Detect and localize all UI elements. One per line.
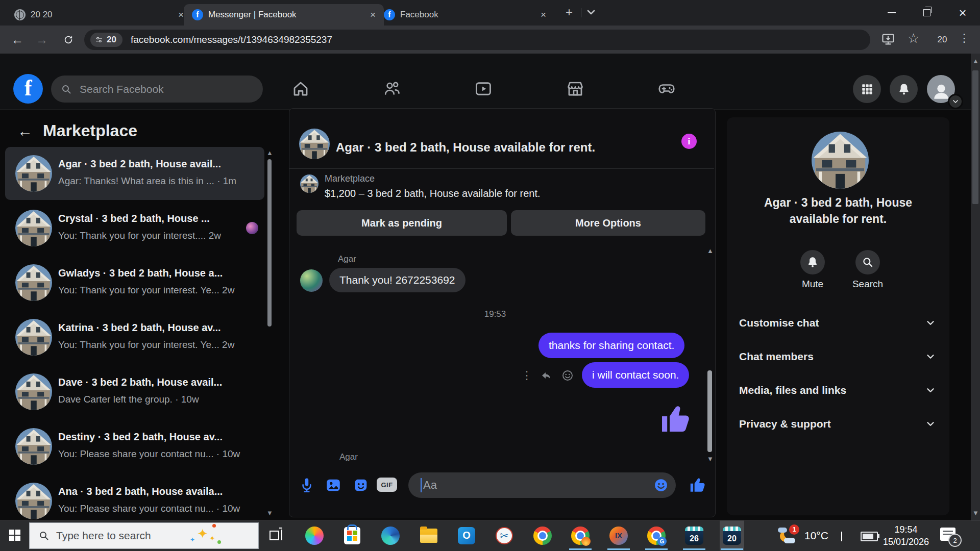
taskbar-chrome-icon[interactable] — [530, 520, 555, 550]
page-scroll-down-icon[interactable]: ▼ — [972, 509, 979, 517]
taskbar-chrome-profile-g-icon[interactable]: G — [644, 520, 669, 550]
details-avatar[interactable] — [812, 132, 869, 189]
new-tab-button[interactable]: + — [560, 5, 578, 20]
temperature-label[interactable]: 10°C — [804, 530, 828, 542]
address-bar[interactable]: 20 facebook.com/messages/t/1394634982355… — [84, 30, 870, 50]
tab-close-icon[interactable]: × — [537, 9, 549, 20]
marketplace-back-button[interactable]: ← — [17, 122, 33, 140]
browser-tab-1[interactable]: 20 20 × — [6, 4, 192, 26]
taskbar-file-explorer-icon[interactable] — [416, 520, 441, 550]
facebook-logo[interactable]: f — [13, 74, 43, 104]
outgoing-message-bubble[interactable]: i will contact soon. — [582, 362, 689, 388]
chat-scrollbar-thumb[interactable] — [707, 370, 712, 452]
message-react-icon[interactable] — [560, 368, 575, 383]
conversation-agar[interactable]: Agar · 3 bed 2 bath, House avail... Agar… — [5, 147, 264, 200]
window-restore-button[interactable] — [911, 0, 943, 26]
tray-clock[interactable]: 19:54 15/01/2026 — [878, 523, 934, 548]
browser-profile-chip[interactable]: 20 — [934, 32, 950, 48]
search-label: Search — [837, 279, 898, 290]
sticker-icon[interactable] — [352, 477, 370, 496]
nav-watch-icon[interactable] — [465, 77, 501, 101]
gif-icon[interactable]: GIF — [377, 478, 397, 492]
forward-button[interactable]: → — [31, 26, 53, 54]
notifications-bell-icon[interactable] — [890, 75, 918, 103]
page-scroll-up-icon[interactable]: ▲ — [972, 57, 979, 65]
conversation-katrina[interactable]: Katrina · 3 bed 2 bath, House av... You:… — [5, 311, 264, 364]
chat-scroll-up-icon[interactable]: ▲ — [707, 247, 714, 255]
chat-title[interactable]: Agar · 3 bed 2 bath, House available for… — [336, 140, 595, 155]
facebook-search[interactable] — [51, 76, 263, 103]
send-like-icon[interactable] — [688, 475, 707, 497]
conversation-preview: You: Thank you for your interest. Ye... … — [58, 285, 262, 296]
conversation-gwladys[interactable]: Gwladys · 3 bed 2 bath, House a... You: … — [5, 256, 264, 309]
install-app-icon[interactable] — [881, 32, 895, 48]
conversation-ana[interactable]: Ana · 3 bed 2 bath, House availa... You:… — [5, 474, 264, 528]
emoji-picker-icon[interactable] — [653, 478, 669, 493]
search-in-chat-button[interactable] — [855, 250, 880, 274]
taskbar-ix-app-icon[interactable]: IX — [606, 520, 631, 550]
conversation-crystal[interactable]: Crystal · 3 bed 2 bath, House ... You: T… — [5, 202, 264, 255]
apps-grid-icon[interactable] — [853, 75, 881, 103]
voice-message-icon[interactable] — [298, 477, 315, 496]
mute-button[interactable] — [800, 250, 825, 274]
nav-friends-icon[interactable] — [374, 77, 410, 101]
facebook-search-input[interactable] — [79, 83, 244, 96]
nav-home-icon[interactable] — [283, 77, 318, 101]
taskbar-outlook-icon[interactable]: O — [454, 520, 479, 550]
chat-header-avatar[interactable] — [299, 129, 330, 159]
more-options-button[interactable]: More Options — [511, 210, 705, 236]
page-scrollbar-thumb[interactable] — [972, 70, 978, 204]
conversation-info-icon[interactable]: i — [681, 134, 697, 149]
taskbar-search-input[interactable] — [55, 529, 190, 542]
incoming-message-bubble[interactable]: Thank you! 2672253692 — [329, 268, 465, 292]
section-media-files-links[interactable]: Media, files and links — [731, 376, 944, 405]
back-button[interactable]: ← — [6, 26, 29, 54]
nav-gaming-icon[interactable] — [649, 77, 684, 101]
chat-scroll-down-icon[interactable]: ▼ — [707, 455, 714, 463]
section-chat-members[interactable]: Chat members — [731, 342, 944, 371]
tray-expand-chevron-icon[interactable] — [841, 533, 842, 542]
search-icon — [60, 83, 72, 95]
taskbar-chrome-profile-fire-icon[interactable] — [568, 520, 593, 550]
section-privacy-support[interactable]: Privacy & support — [731, 410, 944, 438]
taskbar-app-20-icon-active[interactable]: 20 — [720, 520, 744, 550]
outgoing-message-bubble[interactable]: thanks for sharing contact. — [538, 333, 684, 358]
taskbar-app-26-icon[interactable]: 26 — [682, 520, 706, 550]
thumbs-up-sticker[interactable] — [657, 401, 694, 440]
notification-center-icon[interactable]: 2 — [940, 528, 955, 541]
divider — [289, 168, 714, 169]
start-button[interactable] — [9, 530, 20, 541]
taskbar-snipping-tool-icon[interactable]: ✂ — [492, 520, 517, 550]
taskbar-search[interactable]: ✦ ✦ ✦ — [29, 522, 259, 549]
sidebar-scrollbar-thumb[interactable] — [267, 159, 272, 327]
weather-moon-cloud-icon[interactable]: 1 — [778, 527, 797, 546]
window-close-button[interactable]: × — [947, 0, 978, 26]
sliders-icon — [94, 35, 104, 44]
taskbar-store-icon[interactable] — [340, 520, 364, 550]
browser-menu-icon[interactable]: ⋮ — [959, 32, 970, 45]
attach-photo-icon[interactable] — [325, 477, 342, 496]
message-more-icon[interactable]: ⋮ — [520, 368, 534, 383]
message-composer[interactable] — [408, 472, 676, 498]
browser-tab-3[interactable]: f Facebook × — [376, 4, 554, 26]
message-input[interactable] — [421, 478, 628, 492]
site-settings-badge[interactable]: 20 — [90, 33, 122, 47]
sidebar-scroll-down-icon[interactable]: ▼ — [266, 509, 273, 517]
task-view-icon[interactable] — [270, 531, 279, 540]
taskbar-edge-icon[interactable] — [378, 520, 403, 550]
conversation-title: Agar · 3 bed 2 bath, House avail... — [58, 158, 256, 170]
message-reply-icon[interactable] — [539, 368, 553, 383]
battery-icon[interactable] — [861, 532, 878, 541]
tab-list-chevron-icon[interactable] — [585, 6, 597, 20]
conversation-dave[interactable]: Dave · 3 bed 2 bath, House avail... Dave… — [5, 365, 264, 418]
mark-as-pending-button[interactable]: Mark as pending — [297, 210, 507, 236]
sidebar-scroll-up-icon[interactable]: ▲ — [266, 149, 273, 157]
nav-marketplace-icon[interactable] — [557, 77, 593, 101]
browser-tab-2-active[interactable]: f Messenger | Facebook × — [184, 4, 384, 26]
reload-button[interactable] — [57, 26, 80, 54]
taskbar-copilot-icon[interactable] — [302, 520, 327, 550]
section-customise-chat[interactable]: Customise chat — [731, 309, 944, 337]
conversation-destiny[interactable]: Destiny · 3 bed 2 bath, House av... You:… — [5, 420, 264, 473]
bookmark-star-icon[interactable]: ☆ — [908, 31, 919, 46]
window-minimize-button[interactable] — [876, 0, 908, 26]
